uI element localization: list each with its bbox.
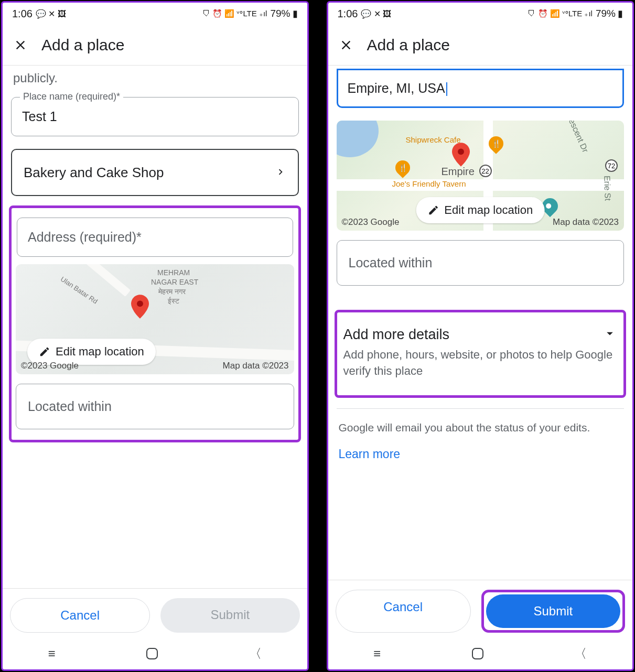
map-pin-icon bbox=[131, 295, 149, 319]
android-nav-bar: ≡ 〈 bbox=[3, 638, 307, 669]
home-icon[interactable] bbox=[472, 648, 483, 659]
battery-percent: 79% bbox=[270, 8, 290, 19]
map-copyright: ©2023 Google bbox=[21, 361, 79, 371]
cancel-button[interactable]: Cancel bbox=[10, 598, 150, 633]
recents-icon[interactable]: ≡ bbox=[48, 646, 56, 661]
back-icon[interactable]: 〈 bbox=[249, 645, 262, 662]
divider bbox=[337, 408, 625, 409]
category-value: Bakery and Cake Shop bbox=[24, 165, 164, 181]
svg-point-0 bbox=[137, 300, 143, 307]
action-bar: Cancel Submit bbox=[3, 588, 307, 638]
recents-icon[interactable]: ≡ bbox=[373, 646, 381, 661]
submit-button-disabled: Submit bbox=[160, 598, 299, 633]
status-icons-left: 💬 ✕ 🖼 bbox=[361, 9, 391, 19]
page-title: Add a place bbox=[41, 36, 124, 54]
email-status-note: Google will email you about the status o… bbox=[335, 419, 627, 436]
place-name-label: Place name (required)* bbox=[20, 91, 123, 102]
address-field[interactable]: Address (required)* bbox=[17, 218, 293, 257]
more-details-subtitle: Add phone, hours, website, or photos to … bbox=[343, 347, 618, 380]
battery-icon: ▮ bbox=[293, 8, 298, 19]
map-copyright: ©2023 Google bbox=[342, 217, 400, 227]
category-select[interactable]: Bakery and Cake Shop bbox=[11, 149, 299, 196]
place-name-field[interactable]: Place name (required)* Test 1 bbox=[11, 97, 299, 136]
cancel-button[interactable]: Cancel bbox=[336, 590, 471, 633]
android-nav-bar: ≡ 〈 bbox=[328, 638, 633, 669]
status-bar: 1:06 💬 ✕ 🖼 ⛉ ⏰ 📶 ᵛᵒLTE ₊ıl 79% ▮ bbox=[3, 3, 307, 25]
submit-button[interactable]: Submit bbox=[486, 594, 620, 628]
battery-percent: 79% bbox=[596, 8, 616, 19]
learn-more-link[interactable]: Learn more bbox=[335, 436, 627, 473]
svg-point-1 bbox=[458, 149, 464, 155]
located-within-field[interactable]: Located within bbox=[16, 384, 294, 429]
edit-map-location-button[interactable]: Edit map location bbox=[416, 197, 544, 223]
map-pin-icon bbox=[452, 143, 470, 167]
highlight-submit: Submit bbox=[481, 590, 625, 633]
more-details-title: Add more details bbox=[343, 327, 450, 343]
highlight-address-section: Address (required)* Ulan Batar Rd MEHRAM… bbox=[9, 205, 301, 442]
battery-icon: ▮ bbox=[618, 8, 623, 19]
address-field[interactable]: Empire, MI, USA bbox=[337, 69, 625, 108]
highlight-more-details: Add more details Add phone, hours, websi… bbox=[335, 310, 627, 398]
status-icons-right: ⛉ ⏰ 📶 ᵛᵒLTE ₊ıl bbox=[202, 9, 267, 18]
close-icon[interactable] bbox=[12, 37, 29, 53]
place-name-value: Test 1 bbox=[22, 109, 288, 124]
screenshot-right: 1:06 💬 ✕ 🖼 ⛉ ⏰ 📶 ᵛᵒLTE ₊ıl 79% ▮ Add a p… bbox=[327, 1, 634, 671]
status-bar: 1:06 💬 ✕ 🖼 ⛉ ⏰ 📶 ᵛᵒLTE ₊ıl 79% ▮ bbox=[328, 3, 633, 25]
status-icons-left: 💬 ✕ 🖼 bbox=[36, 9, 66, 19]
map-preview[interactable]: Crescent Dr Erie St Shipwreck Cafe 🍴 🍴 E… bbox=[337, 121, 625, 231]
address-value: Empire, MI, USA bbox=[348, 81, 614, 96]
chevron-down-icon bbox=[602, 326, 617, 343]
page-title: Add a place bbox=[367, 36, 450, 54]
app-header: Add a place bbox=[328, 25, 633, 66]
intro-text-fragment: publicly. bbox=[9, 66, 301, 92]
back-icon[interactable]: 〈 bbox=[574, 645, 587, 662]
address-placeholder: Address (required)* bbox=[28, 230, 282, 245]
app-header: Add a place bbox=[3, 25, 307, 66]
action-bar: Cancel Submit bbox=[328, 580, 633, 638]
status-icons-right: ⛉ ⏰ 📶 ᵛᵒLTE ₊ıl bbox=[528, 9, 593, 18]
add-more-details-row[interactable]: Add more details Add phone, hours, websi… bbox=[339, 317, 622, 391]
close-icon[interactable] bbox=[338, 37, 354, 53]
map-data-attrib: Map data ©2023 bbox=[553, 217, 619, 227]
map-preview[interactable]: Ulan Batar Rd MEHRAM NAGAR EAST मेहरम नग… bbox=[16, 264, 294, 374]
screenshot-left: 1:06 💬 ✕ 🖼 ⛉ ⏰ 📶 ᵛᵒLTE ₊ıl 79% ▮ Add a p… bbox=[1, 1, 309, 671]
map-data-attrib: Map data ©2023 bbox=[223, 361, 289, 371]
home-icon[interactable] bbox=[146, 648, 158, 659]
located-within-field[interactable]: Located within bbox=[337, 240, 625, 286]
status-time: 1:06 bbox=[12, 8, 33, 20]
status-time: 1:06 bbox=[338, 8, 358, 20]
chevron-right-icon bbox=[275, 164, 286, 181]
